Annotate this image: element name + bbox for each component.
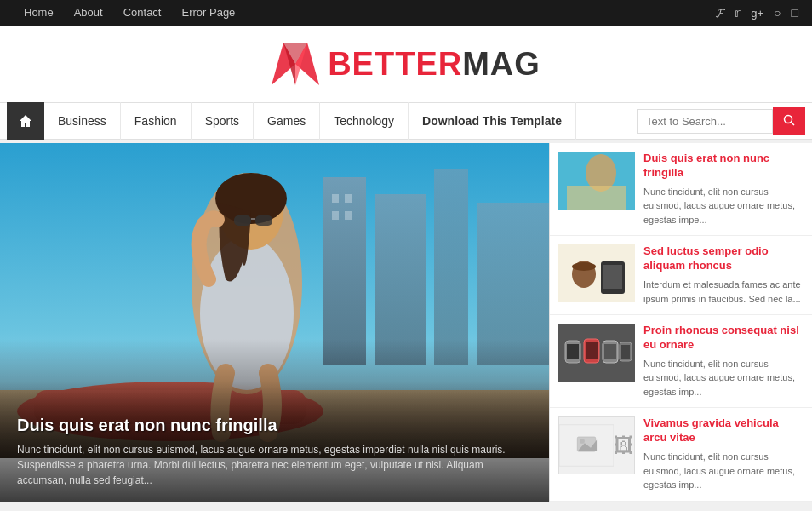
search-button[interactable] — [773, 107, 805, 135]
sidebar-desc-4: Nunc tincidunt, elit non cursus euismod,… — [643, 450, 803, 492]
thumb-svg-2 — [558, 244, 635, 302]
svg-rect-24 — [255, 215, 272, 226]
nav-home-icon[interactable] — [7, 102, 44, 140]
top-bar-nav: Home About Contact Error Page — [14, 0, 245, 26]
pinterest-icon[interactable]: ○ — [774, 6, 781, 20]
sidebar-title-2[interactable]: Sed luctus semper odio aliquam rhoncus — [643, 244, 803, 273]
social-icons: 𝓕 𝕣 g+ ○ □ — [716, 6, 798, 20]
logo-better: BETTER — [328, 46, 462, 82]
content-area: Duis quis erat non nunc fringilla Nunc t… — [0, 140, 812, 502]
sidebar-title-4[interactable]: Vivamus gravida vehicula arcu vitae — [643, 416, 803, 445]
thumb-svg-3 — [558, 324, 635, 382]
featured-caption: Duis quis erat non nunc fringilla Nunc t… — [0, 382, 549, 502]
nav-error-page[interactable]: Error Page — [171, 0, 245, 26]
instagram-icon[interactable]: □ — [792, 6, 798, 20]
logo-text: BETTERMAG — [328, 46, 540, 83]
top-bar: Home About Contact Error Page 𝓕 𝕣 g+ ○ □ — [0, 0, 812, 26]
nav-technology[interactable]: Technology — [320, 102, 409, 140]
svg-rect-23 — [234, 215, 251, 226]
nav-games[interactable]: Games — [254, 102, 320, 140]
nav-items: Business Fashion Sports Games Technology… — [7, 102, 637, 140]
logo-mag: MAG — [462, 46, 540, 82]
svg-rect-29 — [567, 186, 626, 210]
svg-rect-41 — [604, 344, 616, 359]
svg-rect-43 — [621, 345, 630, 359]
svg-rect-10 — [434, 169, 468, 365]
svg-point-46 — [580, 439, 585, 445]
facebook-icon[interactable]: 𝓕 — [716, 6, 724, 20]
search-input[interactable] — [637, 109, 773, 134]
main-featured: Duis quis erat non nunc fringilla Nunc t… — [0, 143, 549, 502]
nav-search — [637, 107, 805, 135]
nav-fashion[interactable]: Fashion — [121, 102, 192, 140]
nav-sports[interactable]: Sports — [192, 102, 254, 140]
nav-contact[interactable]: Contact — [113, 0, 172, 26]
logo-icon — [272, 43, 319, 85]
main-nav: Business Fashion Sports Games Technology… — [0, 102, 812, 140]
search-icon — [783, 114, 795, 126]
twitter-icon[interactable]: 𝕣 — [735, 6, 741, 20]
sidebar-thumb-1 — [558, 152, 635, 210]
nav-about[interactable]: About — [64, 0, 113, 26]
sidebar-item-3: Proin rhoncus consequat nisl eu ornare N… — [550, 315, 812, 408]
svg-line-6 — [792, 122, 795, 125]
svg-rect-14 — [332, 211, 339, 220]
svg-point-5 — [785, 115, 792, 123]
sidebar-thumb-4 — [558, 416, 635, 474]
nav-download-template[interactable]: Download This Template — [409, 102, 576, 140]
svg-rect-12 — [332, 194, 339, 203]
sidebar-thumb-3 — [558, 324, 635, 382]
sidebar-desc-2: Interdum et malesuada fames ac ante ipsu… — [643, 278, 803, 306]
sidebar-desc-1: Nunc tincidunt, elit non cursus euismod,… — [643, 185, 803, 227]
sidebar-item-4: Vivamus gravida vehicula arcu vitae Nunc… — [550, 408, 812, 501]
sidebar-item-1: Duis quis erat non nunc fringilla Nunc t… — [550, 143, 812, 236]
sidebar-text-1: Duis quis erat non nunc fringilla Nunc t… — [643, 152, 803, 227]
thumb-svg-1 — [558, 152, 635, 210]
sidebar-title-1[interactable]: Duis quis erat non nunc fringilla — [643, 152, 803, 181]
home-icon — [19, 114, 32, 128]
sidebar: Duis quis erat non nunc fringilla Nunc t… — [549, 143, 812, 502]
featured-excerpt: Nunc tincidunt, elit non cursus euismod,… — [17, 442, 532, 488]
google-plus-icon[interactable]: g+ — [751, 7, 763, 20]
svg-rect-8 — [323, 177, 366, 365]
logo-area: BETTERMAG — [0, 26, 812, 102]
svg-rect-34 — [603, 265, 622, 289]
svg-rect-37 — [567, 344, 579, 359]
sidebar-text-3: Proin rhoncus consequat nisl eu ornare N… — [643, 324, 803, 399]
thumb-svg-4 — [559, 416, 614, 474]
nav-home[interactable]: Home — [14, 0, 64, 26]
logo-container: BETTERMAG — [272, 43, 540, 85]
sidebar-title-3[interactable]: Proin rhoncus consequat nisl eu ornare — [643, 324, 803, 353]
sidebar-text-4: Vivamus gravida vehicula arcu vitae Nunc… — [643, 416, 803, 491]
sidebar-thumb-2 — [558, 244, 635, 302]
featured-title: Duis quis erat non nunc fringilla — [17, 416, 532, 435]
svg-rect-13 — [345, 194, 352, 203]
svg-point-32 — [572, 262, 596, 271]
sidebar-item-2: Sed luctus semper odio aliquam rhoncus I… — [550, 236, 812, 315]
svg-rect-39 — [586, 342, 598, 359]
sidebar-text-2: Sed luctus semper odio aliquam rhoncus I… — [643, 244, 803, 306]
sidebar-desc-3: Nunc tincidunt, elit non cursus euismod,… — [643, 357, 803, 399]
svg-rect-15 — [345, 211, 352, 220]
nav-business[interactable]: Business — [44, 102, 121, 140]
